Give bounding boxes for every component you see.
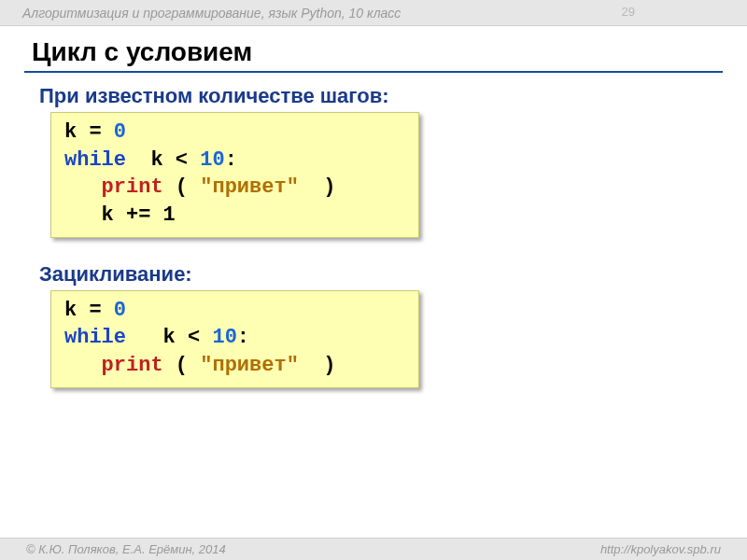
code-text: k += 1 [64,203,176,227]
code-text: k = [64,299,114,322]
code-text [64,354,102,377]
code-text: : [237,326,249,349]
code-text: ( [163,354,201,377]
code-block-1: k = 0 while k < 10: print ( "привет" ) k… [50,112,419,238]
header-band: Алгоритмизация и программирование, язык … [0,0,747,26]
code-number: 10 [200,148,224,172]
header-text: Алгоритмизация и программирование, язык … [22,6,401,21]
code-text: : [225,148,237,172]
footer-url: http://kpolyakov.spb.ru [600,542,721,556]
code-text: k < [126,326,212,349]
code-text: ( [163,175,201,199]
section-label-2: Зацикливание: [39,262,723,287]
code-text: ) [299,354,336,377]
page-number: 29 [622,5,635,19]
code-keyword: while [64,148,126,172]
footer-band: © К.Ю. Поляков, Е.А. Ерёмин, 2014 http:/… [0,538,747,560]
slide-title: Цикл с условием [24,34,723,73]
code-block-2: k = 0 while k < 10: print ( "привет" ) [50,290,419,388]
code-function: print [102,175,163,199]
code-number: 10 [212,326,236,349]
code-text: k = [64,120,114,144]
code-number: 0 [114,299,126,322]
code-text: k < [126,148,200,172]
code-number: 0 [114,120,126,144]
section-label-1: При известном количестве шагов: [39,84,723,108]
slide-content: Цикл с условием При известном количестве… [0,26,747,388]
code-string: "привет" [200,354,299,377]
code-text [64,175,102,199]
code-keyword: while [64,326,126,349]
code-text: ) [299,175,336,199]
code-function: print [102,354,163,377]
code-string: "привет" [200,175,299,199]
footer-copyright: © К.Ю. Поляков, Е.А. Ерёмин, 2014 [26,542,226,556]
